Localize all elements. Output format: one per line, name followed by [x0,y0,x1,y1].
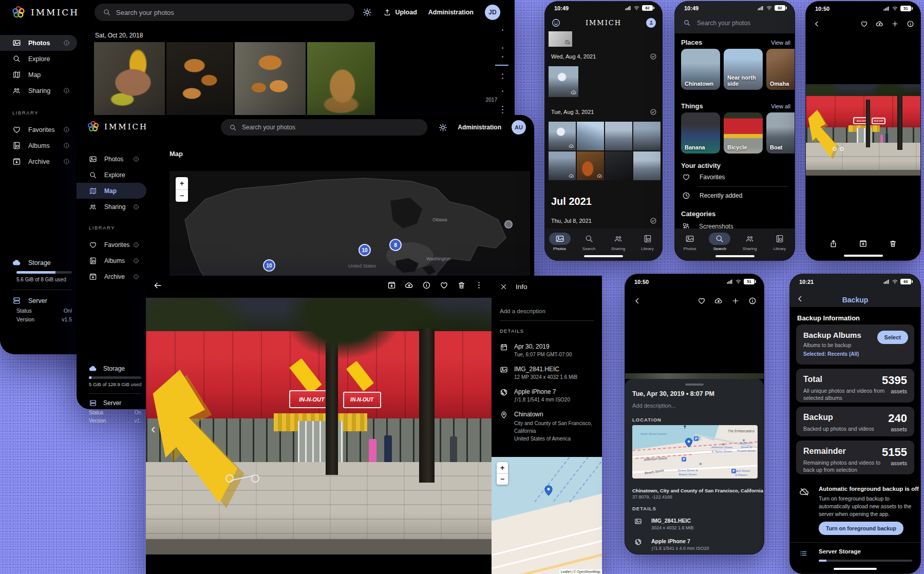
zoom-in-button[interactable]: + [176,177,188,190]
photo-thumbnail[interactable] [166,42,233,116]
map-cluster-marker[interactable] [504,220,513,228]
select-albums-button[interactable]: Select [877,331,908,344]
home-indicator[interactable] [844,255,883,257]
info-icon[interactable] [133,274,139,280]
sidebar-item-favorites[interactable]: Favorites [0,122,77,138]
info-icon[interactable] [133,156,139,162]
map-cluster-marker[interactable]: 10 [263,259,275,272]
nav-photos[interactable]: Photos [546,233,573,251]
map-cluster-marker[interactable]: 8 [389,239,402,251]
photo-edge-sliver[interactable] [625,373,764,379]
home-indicator[interactable] [715,255,755,257]
info-icon[interactable] [63,40,70,46]
sidebar-item-explore[interactable]: Explore [0,51,77,67]
back-button[interactable] [813,20,821,28]
turn-on-foreground-backup-button[interactable]: Turn on foreground backup [819,522,903,535]
favorite-button[interactable] [860,20,868,28]
info-icon[interactable] [133,204,139,210]
sidebar-item-sharing[interactable]: Sharing [0,83,77,99]
info-button[interactable] [907,20,914,28]
photo-thumbnail[interactable] [94,42,165,116]
place-card-near-north-side[interactable]: Near north side [724,49,763,90]
share-button[interactable] [829,239,838,248]
sidebar-item-albums[interactable]: Albums [0,138,77,154]
map-zoom-control[interactable]: + − [176,177,188,202]
photo-thumbnail[interactable] [235,42,306,116]
nav-search[interactable]: Search [706,233,733,251]
info-icon[interactable] [63,158,70,165]
close-icon[interactable] [500,283,507,291]
search-input[interactable]: Search your photos [95,4,354,21]
previous-photo-button[interactable]: ‹ [151,421,156,437]
sidebar-item-map[interactable]: Map [77,183,146,199]
view-all-link[interactable]: View all [771,40,790,46]
sidebar-item-photos[interactable]: Photos [77,151,146,167]
delete-button[interactable] [889,239,897,248]
face-icon[interactable] [551,18,561,28]
zoom-out-button[interactable]: − [497,474,508,485]
photo-thumbnail[interactable] [633,122,661,150]
select-all-icon[interactable] [650,53,657,60]
zoom-out-button[interactable]: − [176,190,188,202]
thing-card-boat[interactable]: Boat [766,112,795,154]
place-card-omaha[interactable]: Omaha [766,49,795,90]
photo-thumbnail[interactable] [577,122,604,150]
cloud-upload-button[interactable] [714,297,723,305]
avatar[interactable]: AU [512,120,526,135]
home-indicator[interactable] [584,255,623,257]
add-description-field[interactable]: Add a description [492,291,602,314]
nav-search[interactable]: Search [576,233,602,251]
photo-thumbnail[interactable] [549,151,576,180]
sidebar-item-sharing[interactable]: Sharing [77,199,146,215]
nav-sharing[interactable]: Sharing [737,233,763,251]
info-button[interactable] [422,281,431,290]
nav-sharing[interactable]: Sharing [605,233,632,251]
recently-added-row[interactable]: Recently added [682,192,742,200]
photo-thumbnail[interactable] [549,66,578,97]
add-description-field[interactable]: Add description... [632,403,676,409]
archive-button[interactable] [387,281,396,290]
nav-library[interactable]: Library [634,233,661,251]
sidebar-item-albums[interactable]: Albums [77,253,146,269]
avatar[interactable]: JD [485,5,500,20]
info-icon[interactable] [133,258,139,264]
photo-thumbnail[interactable] [549,31,572,47]
back-button[interactable] [153,281,162,290]
search-input[interactable]: Search your photos [221,119,427,136]
nav-library[interactable]: Library [766,233,793,251]
favorite-button[interactable] [440,281,448,290]
info-button[interactable] [748,297,757,305]
administration-link[interactable]: Administration [458,124,501,131]
select-all-icon[interactable] [650,217,657,224]
cloud-upload-button[interactable] [876,20,883,28]
sidebar-item-archive[interactable]: Archive [0,154,77,169]
avatar[interactable] [646,18,656,28]
photo-thumbnail[interactable] [577,151,604,180]
view-all-link[interactable]: View all [771,103,790,109]
sidebar-item-explore[interactable]: Explore [77,167,146,183]
detail-sheet[interactable]: Tue, Apr 30, 2019 • 8:07 PM Add descript… [625,379,764,554]
theme-toggle-button[interactable] [363,8,372,17]
info-icon[interactable] [63,142,70,149]
sheet-drag-handle[interactable] [685,384,704,386]
info-icon[interactable] [63,87,70,94]
map-cluster-marker[interactable]: 10 [359,244,371,256]
info-icon[interactable] [133,242,139,248]
sidebar-item-map[interactable]: Map [0,67,77,83]
location-map[interactable]: Hyde Street Harbor The Embarcadero Jeffe… [632,425,758,479]
add-button[interactable] [731,297,740,305]
sidebar-item-archive[interactable]: Archive [77,269,146,284]
place-card-chinatown[interactable]: Chinatown [681,49,720,90]
upload-button[interactable]: Upload [383,8,417,16]
photo-thumbnail[interactable] [605,151,632,180]
timeline-position-marker[interactable] [495,65,508,66]
cloud-upload-button[interactable] [405,281,413,290]
search-input[interactable]: Search your photos [683,19,750,27]
photo-in-n-out[interactable]: IN-N-OUT IN-N-OUT ‹ [146,298,492,554]
photo-thumbnail[interactable] [307,42,375,116]
photo-thumbnail[interactable] [633,151,661,180]
favorites-row[interactable]: Favorites [682,173,725,181]
location-map[interactable]: + − Leaflet | © OpenStreetMap [492,457,602,574]
thing-card-bicycle[interactable]: Bicycle [724,112,763,154]
more-options-button[interactable] [475,281,483,290]
